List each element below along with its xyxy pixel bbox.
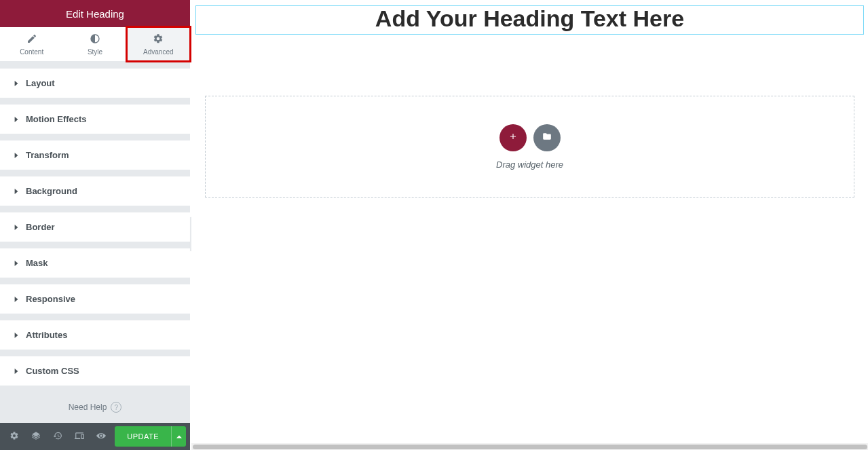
question-icon: ?: [111, 402, 121, 413]
contrast-icon: [90, 33, 100, 45]
horizontal-scrollbar[interactable]: [191, 443, 868, 450]
widgets-button[interactable]: [167, 5, 183, 22]
update-button[interactable]: UPDATE: [115, 426, 171, 447]
caret-right-icon: [14, 330, 19, 340]
eye-icon: [96, 431, 106, 443]
update-options-button[interactable]: [171, 426, 186, 447]
section-transform[interactable]: Transform: [0, 140, 190, 170]
settings-button[interactable]: [4, 426, 24, 447]
tab-style[interactable]: Style: [63, 27, 126, 61]
add-template-button[interactable]: [533, 124, 561, 151]
caret-right-icon: [14, 258, 19, 268]
section-border[interactable]: Border: [0, 212, 190, 242]
tab-advanced[interactable]: Advanced: [127, 27, 190, 61]
editor-panel: Edit Heading Content Style Advanced: [0, 0, 190, 450]
navigator-button[interactable]: [26, 426, 46, 447]
tab-label: Style: [88, 48, 102, 56]
caret-right-icon: [14, 114, 19, 124]
caret-right-icon: [14, 366, 19, 376]
need-help-link[interactable]: Need Help ?: [0, 392, 190, 422]
history-button[interactable]: [48, 426, 68, 447]
section-custom-css[interactable]: Custom CSS: [0, 356, 190, 386]
section-responsive[interactable]: Responsive: [0, 284, 190, 314]
update-group: UPDATE: [115, 426, 186, 447]
menu-button[interactable]: [7, 5, 23, 22]
section-label: Motion Effects: [26, 114, 87, 124]
section-label: Responsive: [26, 294, 75, 304]
history-icon: [53, 431, 62, 443]
responsive-button[interactable]: [69, 426, 90, 447]
devices-icon: [75, 431, 84, 443]
pencil-icon: [26, 33, 37, 45]
gear-icon: [153, 33, 164, 45]
section-background[interactable]: Background: [0, 176, 190, 206]
panel-title: Edit Heading: [23, 8, 167, 20]
tab-label: Content: [20, 48, 43, 56]
section-mask[interactable]: Mask: [0, 248, 190, 278]
drop-buttons: [499, 124, 561, 151]
tab-content[interactable]: Content: [0, 27, 63, 61]
panel-footer: UPDATE: [0, 423, 190, 450]
heading-widget[interactable]: Add Your Heading Text Here: [195, 5, 864, 35]
section-label: Background: [26, 186, 77, 196]
tabs: Content Style Advanced: [0, 27, 190, 62]
caret-right-icon: [14, 222, 19, 232]
scrollbar-thumb[interactable]: [193, 445, 867, 449]
caret-up-icon: [176, 432, 182, 442]
add-section-zone[interactable]: Drag widget here: [205, 96, 854, 198]
section-label: Attributes: [26, 330, 67, 340]
panel-header: Edit Heading: [0, 0, 190, 27]
section-label: Border: [26, 222, 55, 232]
folder-icon: [542, 132, 552, 143]
gear-icon: [10, 431, 19, 443]
section-label: Transform: [26, 150, 69, 160]
plus-icon: [508, 132, 518, 143]
tab-label: Advanced: [143, 48, 173, 56]
add-section-button[interactable]: [499, 124, 527, 151]
section-label: Mask: [26, 258, 48, 268]
editor-canvas[interactable]: Add Your Heading Text Here Drag widget h…: [191, 0, 868, 450]
caret-right-icon: [14, 150, 19, 160]
section-motion-effects[interactable]: Motion Effects: [0, 105, 190, 134]
section-label: Custom CSS: [26, 366, 79, 376]
need-help-label: Need Help: [69, 402, 107, 412]
section-layout[interactable]: Layout: [0, 69, 190, 98]
layers-icon: [31, 431, 41, 443]
section-label: Layout: [26, 78, 55, 88]
section-attributes[interactable]: Attributes: [0, 320, 190, 350]
advanced-sections: Layout Motion Effects Transform Backgrou…: [0, 62, 190, 423]
drop-hint: Drag widget here: [496, 160, 563, 170]
caret-right-icon: [14, 294, 19, 304]
caret-right-icon: [14, 186, 19, 196]
preview-button[interactable]: [91, 426, 111, 447]
heading-text: Add Your Heading Text Here: [203, 6, 856, 31]
caret-right-icon: [14, 78, 19, 88]
